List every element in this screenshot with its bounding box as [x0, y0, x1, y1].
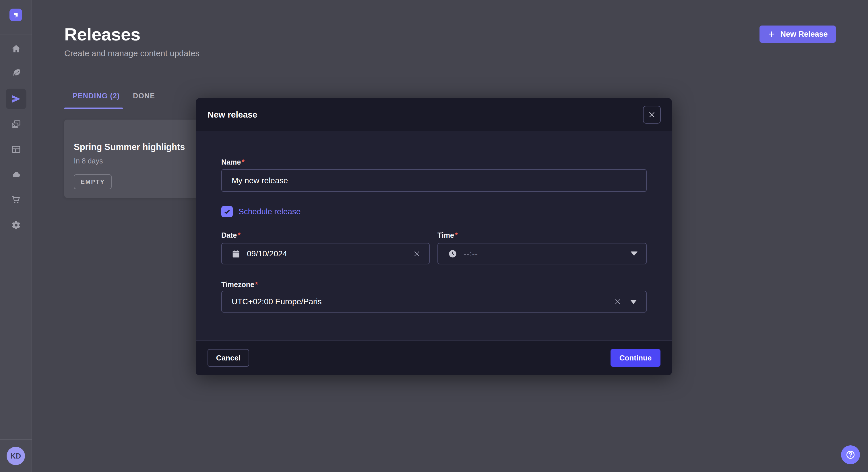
checkmark-icon — [223, 208, 231, 216]
sidebar-divider — [0, 34, 32, 34]
schedule-release-row[interactable]: Schedule release — [221, 206, 301, 217]
sidebar-item-home[interactable] — [6, 38, 26, 59]
clear-icon — [614, 298, 621, 305]
sidebar-item-marketplace[interactable] — [6, 189, 26, 210]
timezone-field-label: Timezone* — [221, 280, 258, 289]
tab-pending[interactable]: PENDING (2) — [73, 92, 120, 100]
sidebar-item-cloud[interactable] — [6, 164, 26, 185]
time-field-label: Time* — [437, 231, 458, 239]
chevron-down-icon[interactable] — [630, 300, 637, 304]
home-icon — [11, 44, 21, 54]
feather-icon — [11, 68, 21, 78]
sidebar: KD — [0, 0, 32, 472]
required-marker: * — [455, 231, 458, 239]
page-title: Releases — [64, 24, 141, 44]
date-field-label: Date* — [221, 231, 241, 239]
cancel-button[interactable]: Cancel — [208, 349, 249, 367]
required-marker: * — [255, 280, 258, 289]
app-logo[interactable] — [9, 9, 22, 21]
help-button[interactable] — [841, 445, 860, 464]
modal-footer: Cancel Continue — [196, 340, 672, 375]
sidebar-item-content-manager[interactable] — [6, 139, 26, 160]
help-icon — [845, 450, 856, 460]
required-marker: * — [238, 231, 241, 239]
timezone-value: UTC+02:00 Europe/Paris — [231, 297, 322, 306]
modal-header: New release — [196, 98, 672, 131]
active-tab-underline — [64, 107, 123, 109]
clear-icon — [413, 250, 421, 258]
modal-title: New release — [208, 110, 257, 120]
cloud-icon — [11, 169, 21, 179]
name-field-label: Name* — [221, 158, 245, 166]
sidebar-item-media-library[interactable] — [6, 114, 26, 135]
page-subtitle: Create and manage content updates — [64, 49, 199, 58]
time-placeholder: --:-- — [464, 249, 478, 258]
continue-button[interactable]: Continue — [611, 349, 660, 367]
clock-icon — [448, 249, 457, 258]
modal-close-button[interactable] — [643, 106, 661, 124]
user-avatar[interactable]: KD — [7, 447, 25, 465]
media-icon — [11, 120, 21, 129]
paper-plane-icon — [11, 94, 21, 104]
release-card-title: Spring Summer highlights — [74, 142, 185, 152]
date-field[interactable]: 09/10/2024 — [221, 243, 430, 264]
sidebar-item-settings[interactable] — [6, 215, 26, 235]
time-field[interactable]: --:-- — [437, 243, 647, 264]
close-icon — [648, 111, 656, 119]
sidebar-divider — [0, 439, 32, 440]
date-value: 09/10/2024 — [247, 249, 287, 258]
name-field — [221, 169, 647, 192]
chevron-down-icon[interactable] — [631, 251, 638, 256]
schedule-release-label: Schedule release — [239, 207, 301, 216]
calendar-icon — [231, 249, 241, 258]
timezone-clear-button[interactable] — [614, 298, 621, 305]
schedule-release-checkbox[interactable] — [221, 206, 233, 217]
tab-done[interactable]: DONE — [133, 92, 155, 100]
gear-icon — [11, 220, 21, 230]
timezone-field[interactable]: UTC+02:00 Europe/Paris — [221, 291, 647, 312]
required-marker: * — [242, 158, 245, 166]
plus-icon — [768, 30, 776, 38]
new-release-button-label: New Release — [780, 30, 828, 39]
name-input[interactable] — [222, 170, 646, 191]
new-release-button[interactable]: New Release — [760, 26, 836, 43]
release-card-subtitle: In 8 days — [74, 157, 103, 165]
sidebar-item-content-builder[interactable] — [6, 63, 26, 83]
cart-icon — [11, 195, 21, 204]
sidebar-item-releases[interactable] — [6, 89, 26, 109]
release-card-status-badge: EMPTY — [74, 174, 112, 189]
new-release-modal: New release Name* Schedule release Date* — [196, 98, 672, 375]
layout-icon — [11, 144, 21, 154]
date-clear-button[interactable] — [413, 250, 421, 258]
release-card[interactable]: Spring Summer highlights In 8 days EMPTY — [64, 120, 202, 198]
strapi-logo-icon — [12, 11, 20, 19]
